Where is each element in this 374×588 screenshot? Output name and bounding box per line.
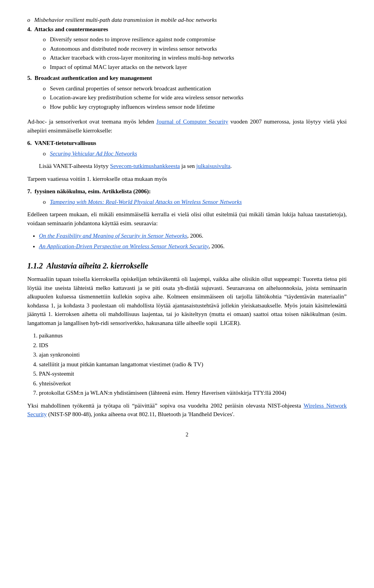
bullet-o: o — [43, 198, 50, 207]
edelleen-paragraph: Edelleen tarpeen mukaan, eli mikäli ensi… — [27, 210, 347, 228]
bullet-o: o — [43, 63, 50, 72]
list-item: PAN-systeemit — [39, 369, 347, 378]
list-item: IDS — [39, 341, 347, 350]
section7-block: 7. fyysinen näkökulma, esim. Artikkelist… — [27, 187, 347, 206]
list-item: yhteisöverkot — [39, 379, 347, 388]
section4-heading: 4. Attacks and countermeasures — [27, 25, 347, 34]
misbehavior-line: o Misbehavior resilient multi-path data … — [27, 16, 347, 25]
adhoc-paragraph: Ad-hoc- ja sensoriverkot ovat teemana my… — [27, 117, 347, 135]
list-item: paikannus — [39, 331, 347, 340]
bullet-o: o — [27, 16, 34, 25]
bullet-link-list: On the Feasibility and Meaning of Securi… — [39, 231, 347, 251]
list-item: An Application-Driven Perspective on Wir… — [39, 242, 347, 251]
tarpeen-paragraph: Tarpeen vaatiessa voitiin 1. kierroksell… — [27, 175, 347, 184]
section5-block: 5. Broadcast authentication and key mana… — [27, 74, 347, 111]
section6-list: o Securing Vehicular Ad Hoc Networks — [43, 149, 347, 158]
bullet-o: o — [43, 84, 50, 93]
list-item: o Diversify sensor nodes to improve resi… — [43, 35, 347, 44]
misbehavior-text: Misbehavior resilient multi-path data tr… — [34, 16, 217, 25]
section7-list: o Tampering with Motes: Real-World Physi… — [43, 198, 347, 207]
list-item: protokollat GSM:n ja WLAN:n yhdistämisee… — [39, 388, 347, 397]
tampering-link[interactable]: Tampering with Motes: Real-World Physica… — [50, 198, 242, 207]
section5-list: o Seven cardinal properties of sensor ne… — [43, 84, 347, 111]
section4-list: o Diversify sensor nodes to improve resi… — [43, 35, 347, 71]
section5-heading: 5. Broadcast authentication and key mana… — [27, 74, 347, 83]
page-number: 2 — [27, 431, 347, 439]
bullet-o: o — [43, 35, 50, 44]
list-item: o Impact of optimal MAC layer attacks on… — [43, 63, 347, 72]
list-item: o Autonomous and distributed node recove… — [43, 44, 347, 53]
list-item: satelliitit ja muut pitkän kantaman lang… — [39, 360, 347, 369]
julkaisu-link[interactable]: julkaisusivulta — [196, 163, 231, 169]
list-item: o Location-aware key predistribution sch… — [43, 93, 347, 102]
list-item: o How public key cryptography influences… — [43, 102, 347, 111]
feasibility-link[interactable]: On the Feasibility and Meaning of Securi… — [39, 233, 187, 239]
list-item: o Attacker traceback with cross-layer mo… — [43, 53, 347, 62]
section6-heading: 6. VANET-tietoturvallisuus — [27, 139, 347, 148]
section7-heading: 7. fyysinen näkökulma, esim. Artikkelist… — [27, 187, 347, 196]
vanet-link[interactable]: Securing Vehicular Ad Hoc Networks — [50, 149, 137, 158]
bullet-o: o — [43, 102, 50, 111]
list-item: o Securing Vehicular Ad Hoc Networks — [43, 149, 347, 158]
normaaliin-paragraph: Normaaliin tapaan toisella kierroksella … — [27, 275, 347, 327]
list-item: o Seven cardinal properties of sensor ne… — [43, 84, 347, 93]
application-link[interactable]: An Application-Driven Perspective on Wir… — [39, 243, 208, 249]
vanet-paragraph: Lisää VANET-aiheesta löytyy Sevecom-tutk… — [39, 162, 347, 171]
bullet-o: o — [43, 44, 50, 53]
list-item: On the Feasibility and Meaning of Securi… — [39, 231, 347, 240]
section4-block: 4. Attacks and countermeasures o Diversi… — [27, 25, 347, 72]
sevecom-link[interactable]: Sevecom-tutkimushankkeesta — [110, 163, 180, 169]
yksi-paragraph: Yksi mahdollinen työkenttä ja työtapa ol… — [27, 401, 347, 419]
list-item: o Tampering with Motes: Real-World Physi… — [43, 198, 347, 207]
journal-link[interactable]: Journal of Computer Security — [156, 118, 228, 125]
section-112-heading: 1.1.2 Alustavia aiheita 2. kierrokselle — [27, 260, 347, 272]
section6-block: 6. VANET-tietoturvallisuus o Securing Ve… — [27, 139, 347, 158]
bullet-o: o — [43, 93, 50, 102]
bullet-o: o — [43, 149, 50, 158]
numbered-list: paikannus IDS ajan synkronointi satellii… — [39, 331, 347, 397]
list-item: ajan synkronointi — [39, 350, 347, 359]
bullet-o: o — [43, 53, 50, 62]
